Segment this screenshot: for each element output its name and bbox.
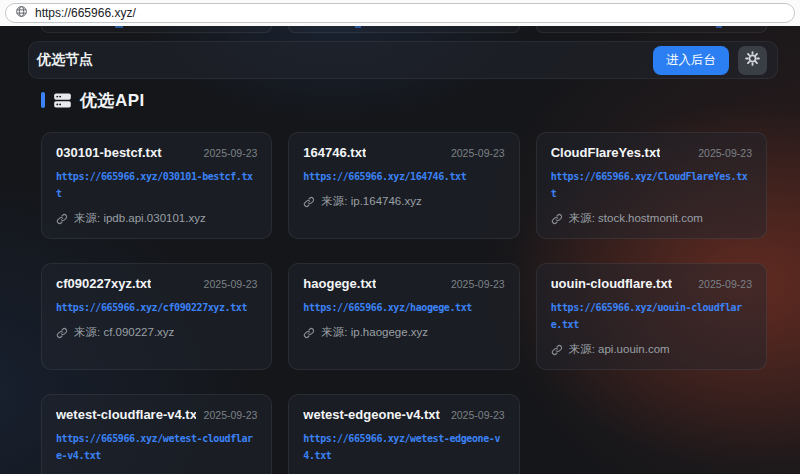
file-url-link[interactable]: https://665966.xyz/CloudFlareYes.txt [551,168,752,202]
source-text: 来源: stock.hostmonit.com [569,211,703,226]
file-date: 2025-09-23 [204,278,258,290]
link-icon [303,196,315,208]
file-source: 来源: api.uouin.com [551,342,752,357]
gear-icon [744,50,761,70]
accent-bar [41,92,45,108]
file-name: wetest-cloudflare-v4.txt [56,407,196,422]
file-url-link[interactable]: https://665966.xyz/164746.txt [303,168,504,185]
address-bar[interactable]: https://665966.xyz/ [5,3,795,23]
file-name: wetest-edgeone-v4.txt [303,407,440,422]
file-date: 2025-09-23 [451,278,505,290]
file-name: haogege.txt [303,276,376,291]
link-icon [56,213,68,225]
page-title: 优选节点 [37,51,93,69]
file-source: 来源: ip.haogege.xyz [303,325,504,340]
cut-off-card [288,26,519,33]
cut-off-link-fragment [355,26,361,28]
source-text: 来源: ip.164746.xyz [321,194,421,209]
source-text: 来源: ipdb.api.030101.xyz [74,211,206,226]
link-icon [303,327,315,339]
file-name: 030101-bestcf.txt [56,145,162,160]
file-date: 2025-09-23 [451,409,505,421]
server-icon [53,91,72,110]
section-title: 优选API [80,89,145,112]
api-card: 164746.txt 2025-09-23 https://665966.xyz… [288,132,519,239]
globe-icon [15,4,28,22]
page-background: 优选节点 进入后台 优选API 0 [0,26,800,474]
api-card: CloudFlareYes.txt 2025-09-23 https://665… [536,132,767,239]
link-icon [56,327,68,339]
enter-admin-button[interactable]: 进入后台 [653,46,729,75]
link-icon [551,344,563,356]
cut-off-card [536,26,767,33]
api-card: wetest-edgeone-v4.txt 2025-09-23 https:/… [288,394,519,474]
cut-off-card [41,26,272,33]
api-card: uouin-cloudflare.txt 2025-09-23 https://… [536,263,767,370]
api-card: cf090227xyz.txt 2025-09-23 https://66596… [41,263,272,370]
file-name: CloudFlareYes.txt [551,145,661,160]
source-text: 来源: cf.090227.xyz [74,325,174,340]
file-url-link[interactable]: https://665966.xyz/cf090227xyz.txt [56,299,257,316]
url-text[interactable]: https://665966.xyz/ [35,6,136,20]
api-card: haogege.txt 2025-09-23 https://665966.xy… [288,263,519,370]
file-source: 来源: cf.090227.xyz [56,325,257,340]
file-url-link[interactable]: https://665966.xyz/030101-bestcf.txt [56,168,257,202]
cut-off-cards [41,26,767,33]
file-date: 2025-09-23 [204,147,258,159]
source-text: 来源: api.uouin.com [569,342,670,357]
file-date: 2025-09-23 [451,147,505,159]
file-name: uouin-cloudflare.txt [551,276,672,291]
browser-chrome: https://665966.xyz/ [0,0,800,26]
file-source: 来源: ipdb.api.030101.xyz [56,211,257,226]
cut-off-link-fragment [716,26,722,28]
file-url-link[interactable]: https://665966.xyz/uouin-cloudflare.txt [551,299,752,333]
settings-button[interactable] [738,46,767,75]
link-icon [551,213,563,225]
cut-off-link-fragment [115,26,123,28]
api-card: 030101-bestcf.txt 2025-09-23 https://665… [41,132,272,239]
file-date: 2025-09-23 [698,147,752,159]
file-date: 2025-09-23 [204,409,258,421]
source-text: 来源: ip.haogege.xyz [321,325,428,340]
api-card-grid: 030101-bestcf.txt 2025-09-23 https://665… [41,132,767,474]
api-card: wetest-cloudflare-v4.txt 2025-09-23 http… [41,394,272,474]
file-date: 2025-09-23 [698,278,752,290]
file-url-link[interactable]: https://665966.xyz/haogege.txt [303,299,504,316]
file-url-link[interactable]: https://665966.xyz/wetest-cloudflare-v4.… [56,430,257,464]
file-name: cf090227xyz.txt [56,276,151,291]
file-name: 164746.txt [303,145,366,160]
file-source: 来源: ip.164746.xyz [303,194,504,209]
section-heading: 优选API [41,88,800,112]
header-bar: 优选节点 进入后台 [28,41,778,79]
file-source: 来源: stock.hostmonit.com [551,211,752,226]
file-url-link[interactable]: https://665966.xyz/wetest-edgeone-v4.txt [303,430,504,464]
